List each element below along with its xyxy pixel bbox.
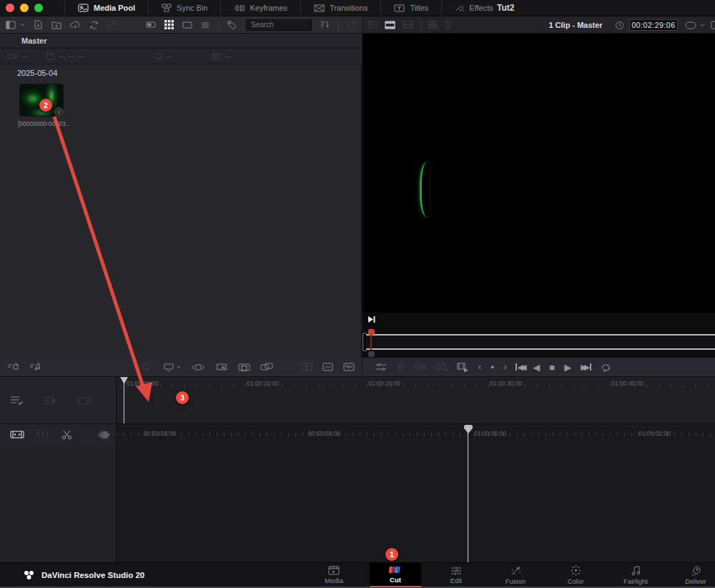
window-title: Tut2 <box>497 3 514 13</box>
play-button[interactable]: ▶ <box>564 363 571 372</box>
transitions-icon <box>314 4 325 12</box>
expand-viewer-icon[interactable] <box>711 21 715 29</box>
timecode-display[interactable]: 00:02:29:06 <box>629 19 678 31</box>
overwrite-icon[interactable] <box>163 363 181 372</box>
list-view-icon[interactable] <box>201 21 209 29</box>
camera-icon <box>7 53 17 60</box>
camera-poi-icon[interactable]: POI <box>413 363 426 372</box>
timeline-list-icon[interactable] <box>10 396 24 406</box>
step-forward-icon[interactable]: › <box>503 363 506 371</box>
fusion-page-icon <box>511 566 521 576</box>
timeline-view-icon[interactable] <box>403 21 413 29</box>
tab-transitions[interactable]: Transitions <box>300 0 380 16</box>
ruler-tick: 01:00:30:00 <box>490 380 522 387</box>
window-close-button[interactable] <box>6 4 14 12</box>
page-tab-cut[interactable]: Cut <box>370 563 421 587</box>
scrubber-foot-handle[interactable] <box>368 351 375 357</box>
window-zoom-button[interactable] <box>34 4 43 12</box>
reel-metadata: --- <box>212 53 232 60</box>
camera-metadata: --- <box>7 53 27 60</box>
source-overwrite-icon[interactable] <box>260 363 273 372</box>
fairlight-page-icon <box>631 566 641 576</box>
multicam-icon[interactable] <box>77 396 93 406</box>
trim-tool-icon[interactable] <box>10 430 24 439</box>
bin-name[interactable]: Master <box>21 36 46 45</box>
bin-list-toggle-icon[interactable] <box>6 21 25 29</box>
tab-keyframes[interactable]: Keyframes <box>220 0 300 16</box>
split-clip-icon[interactable] <box>61 430 72 440</box>
tab-label: Media Pool <box>94 4 135 12</box>
go-to-last-frame-button[interactable]: ▶▶ <box>581 363 591 372</box>
current-frame-icon[interactable]: ● <box>490 364 494 371</box>
effects-icon <box>455 4 464 12</box>
append-video-icon[interactable] <box>7 362 19 372</box>
clip-metadata-row: --- ---, ---, --- --- --- <box>0 49 362 64</box>
page-tab-fusion[interactable]: Fusion <box>490 563 541 587</box>
strip-view-icon[interactable] <box>146 21 156 28</box>
play-around-icon[interactable] <box>457 363 469 372</box>
page-tab-media[interactable]: Media <box>308 563 360 587</box>
sort-icon[interactable] <box>320 21 330 29</box>
cloud-import-icon[interactable] <box>70 21 81 29</box>
import-media-icon[interactable] <box>34 20 43 29</box>
source-tape-view-icon[interactable] <box>385 21 395 29</box>
upper-timeline[interactable]: 01:00:00:00 01:00:10:00 01:00:20:00 01:0… <box>117 377 715 423</box>
boring-detector-icon[interactable] <box>445 21 452 29</box>
filmstrip-band[interactable] <box>366 334 715 350</box>
microphone-icon[interactable] <box>396 362 404 372</box>
thumbnail-view-icon[interactable] <box>164 20 174 29</box>
viewer-scrubber[interactable] <box>363 328 715 358</box>
close-up-icon[interactable] <box>238 363 250 371</box>
page-tab-color[interactable]: Color <box>550 563 601 587</box>
page-tab-fairlight[interactable]: Fairlight <box>610 563 661 587</box>
tools-icon[interactable] <box>375 363 387 371</box>
video-thumbnails-view-icon[interactable] <box>322 363 333 371</box>
import-folder-icon[interactable] <box>51 21 61 29</box>
play-reverse-button[interactable]: ◀ <box>533 363 540 372</box>
lower-playhead-line[interactable] <box>468 425 468 563</box>
stop-button[interactable]: ■ <box>549 363 555 372</box>
ruler-tick: 01:00:00:00 <box>474 430 506 437</box>
davinci-resolve-logo <box>23 569 35 581</box>
search-input[interactable] <box>246 19 312 31</box>
audio-trim-view-icon[interactable] <box>97 430 111 440</box>
tab-sync-bin[interactable]: Sync Bin <box>148 0 220 16</box>
viewer-marker-row <box>363 313 715 328</box>
relink-media-icon[interactable] <box>107 21 117 29</box>
tag-filter-icon[interactable] <box>227 21 237 29</box>
source-clip-view-icon[interactable] <box>368 21 378 29</box>
smart-insert-icon[interactable] <box>140 363 153 372</box>
annotation-step-1: 1 <box>385 548 398 561</box>
lower-timeline[interactable]: 00:59:56:00 00:59:58:00 01:00:00:00 01:0… <box>117 423 715 562</box>
page-tab-deliver[interactable]: Deliver <box>670 563 715 587</box>
multiview-icon[interactable] <box>428 21 438 29</box>
page-tab-edit[interactable]: Edit <box>430 563 482 587</box>
monitor-icon <box>212 53 222 60</box>
loop-icon[interactable] <box>601 363 611 372</box>
metadata-view-icon[interactable] <box>182 21 192 29</box>
add-poi-icon[interactable]: POI <box>435 363 448 372</box>
sync-clips-icon[interactable] <box>89 21 99 29</box>
skip-to-end-icon[interactable] <box>367 315 376 324</box>
upper-playhead-line[interactable] <box>124 377 124 423</box>
clip-info-icon[interactable]: i <box>54 107 64 117</box>
tab-titles[interactable]: Titles <box>380 0 441 16</box>
video-frame-content <box>420 162 430 217</box>
viewer-options-icon[interactable] <box>685 21 705 29</box>
viewer-clip-label: 1 Clip - Master <box>548 21 602 29</box>
audio-waveform-view-icon[interactable] <box>343 363 355 371</box>
sync-timeline-icon[interactable] <box>43 396 57 406</box>
place-on-top-icon[interactable] <box>215 362 228 372</box>
timeline-split-view-icon[interactable] <box>301 363 312 371</box>
viewer-canvas[interactable] <box>363 34 715 313</box>
refresh-icon[interactable] <box>347 21 356 29</box>
lower-timeline-ruler[interactable] <box>117 424 715 436</box>
append-audio-icon[interactable] <box>29 362 41 372</box>
tab-media-pool[interactable]: Media Pool <box>64 0 148 16</box>
go-to-first-frame-button[interactable]: ◀◀ <box>516 363 523 372</box>
dynamic-trim-icon[interactable] <box>36 430 49 439</box>
ripple-overwrite-icon[interactable] <box>191 363 205 371</box>
window-minimize-button[interactable] <box>20 4 29 12</box>
step-back-icon[interactable]: ‹ <box>478 363 481 371</box>
upper-timeline-sidebar <box>0 377 117 423</box>
